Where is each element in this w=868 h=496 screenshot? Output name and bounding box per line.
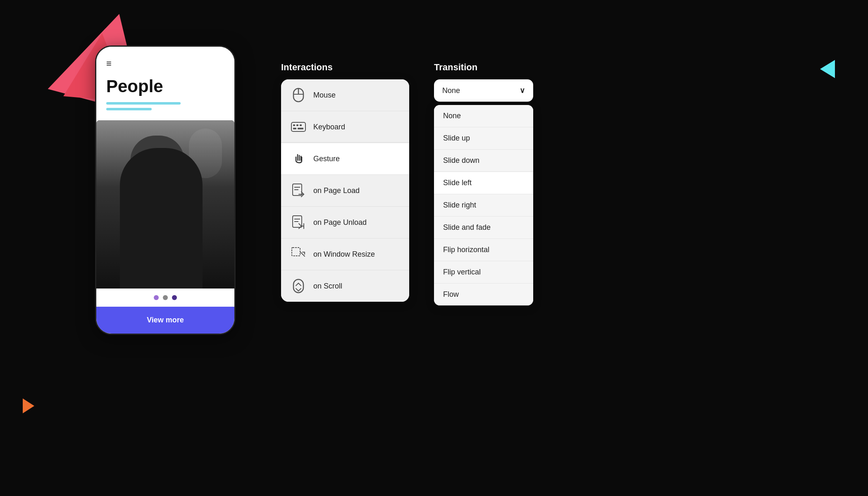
- window-resize-icon: [291, 247, 306, 262]
- interaction-keyboard[interactable]: Keyboard: [281, 111, 409, 143]
- window-resize-label: on Window Resize: [313, 250, 375, 259]
- gesture-label: Gesture: [313, 155, 340, 163]
- transition-option-slide-down[interactable]: Slide down: [434, 150, 533, 172]
- transition-option-slide-fade[interactable]: Slide and fade: [434, 217, 533, 239]
- transition-option-flip-v[interactable]: Flip vertical: [434, 261, 533, 284]
- phone-mockup: ≡ People View more: [95, 45, 236, 335]
- transition-selected-value: None: [442, 86, 460, 95]
- transition-option-slide-left[interactable]: Slide left: [434, 172, 533, 194]
- gesture-icon: [291, 151, 306, 166]
- phone-content: ≡ People: [96, 47, 234, 289]
- transition-title: Transition: [434, 62, 533, 73]
- page-load-label: on Page Load: [313, 186, 360, 195]
- mouse-label: Mouse: [313, 91, 336, 100]
- svg-line-23: [298, 289, 301, 291]
- svg-rect-4: [293, 124, 295, 126]
- transition-option-slide-right[interactable]: Slide right: [434, 194, 533, 217]
- portrait-background: [96, 120, 234, 289]
- transition-select-button[interactable]: None ∨: [434, 79, 533, 102]
- dot-2: [163, 295, 168, 300]
- interactions-title: Interactions: [281, 62, 409, 73]
- svg-rect-3: [291, 122, 305, 131]
- interaction-page-load[interactable]: on Page Load: [281, 175, 409, 207]
- interaction-mouse[interactable]: Mouse: [281, 79, 409, 111]
- svg-rect-7: [293, 128, 296, 129]
- phone-title: People: [106, 76, 224, 96]
- transition-option-none[interactable]: None: [434, 105, 533, 127]
- svg-line-20: [296, 283, 298, 286]
- view-more-button[interactable]: View more: [96, 307, 234, 334]
- svg-rect-5: [296, 124, 298, 126]
- transition-panel: Transition None ∨ None Slide up Slide do…: [434, 62, 533, 305]
- decoration-triangle-orange: [23, 398, 34, 413]
- svg-rect-6: [300, 124, 302, 126]
- mouse-icon: [291, 88, 306, 103]
- phone-hero-image: [96, 120, 234, 289]
- svg-line-21: [298, 283, 301, 286]
- transition-option-flow[interactable]: Flow: [434, 284, 533, 305]
- interaction-gesture[interactable]: Gesture: [281, 143, 409, 175]
- phone-line-short: [106, 108, 152, 110]
- page-load-icon: [291, 183, 306, 198]
- transition-option-slide-up[interactable]: Slide up: [434, 127, 533, 150]
- phone-decorative-lines: [106, 102, 224, 114]
- page-unload-label: on Page Unload: [313, 218, 367, 227]
- transition-dropdown: None Slide up Slide down Slide left Slid…: [434, 105, 533, 305]
- dot-3: [172, 295, 177, 300]
- keyboard-icon: [291, 119, 306, 134]
- scroll-icon: [291, 279, 306, 293]
- interaction-page-unload[interactable]: on Page Unload: [281, 207, 409, 238]
- phone-line-long: [106, 102, 181, 105]
- transition-option-flip-h[interactable]: Flip horizontal: [434, 239, 533, 261]
- chevron-down-icon: ∨: [520, 86, 525, 95]
- scroll-label: on Scroll: [313, 282, 342, 291]
- svg-line-22: [296, 289, 298, 291]
- phone-frame: ≡ People View more: [95, 45, 236, 335]
- portrait-body: [120, 148, 203, 289]
- decoration-triangle-cyan: [820, 60, 835, 78]
- interactions-panel: Interactions Mouse: [281, 62, 409, 302]
- phone-carousel-dots: [96, 289, 234, 307]
- svg-rect-18: [292, 248, 300, 256]
- phone-menu-icon: ≡: [106, 58, 224, 69]
- page-unload-icon: [291, 215, 306, 230]
- interaction-scroll[interactable]: on Scroll: [281, 270, 409, 302]
- svg-rect-8: [298, 128, 303, 129]
- interactions-list: Mouse Keyboard: [281, 79, 409, 302]
- keyboard-label: Keyboard: [313, 123, 345, 131]
- dot-1: [154, 295, 159, 300]
- interaction-window-resize[interactable]: on Window Resize: [281, 238, 409, 270]
